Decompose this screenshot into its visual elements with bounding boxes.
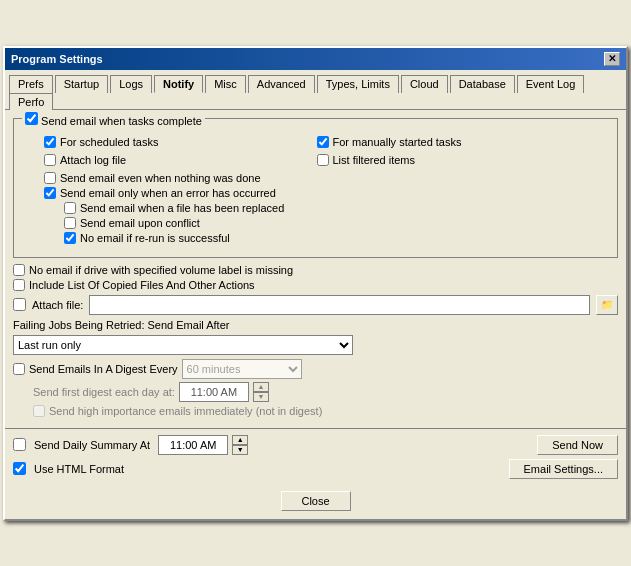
tab-perfo[interactable]: Perfo [9, 93, 53, 110]
for-manually-started-label[interactable]: For manually started tasks [333, 136, 462, 148]
html-format-checkbox[interactable] [13, 462, 26, 475]
browse-button[interactable]: 📁 [596, 295, 618, 315]
attach-file-checkbox[interactable] [13, 298, 26, 311]
nothing-done-checkbox[interactable] [44, 172, 56, 184]
first-digest-spinner: ▲ ▼ [253, 382, 269, 402]
no-email-drive-checkbox[interactable] [13, 264, 25, 276]
tab-event-log[interactable]: Event Log [517, 75, 585, 93]
for-scheduled-tasks-label[interactable]: For scheduled tasks [60, 136, 158, 148]
error-only-checkbox[interactable] [44, 187, 56, 199]
failing-jobs-dropdown-row: Last run only Every run First run Never [13, 335, 618, 355]
include-list-label[interactable]: Include List Of Copied Files And Other A… [29, 279, 255, 291]
for-scheduled-tasks-checkbox[interactable] [44, 136, 56, 148]
digest-checkbox[interactable] [13, 363, 25, 375]
tab-startup[interactable]: Startup [55, 75, 108, 93]
first-digest-time-row: ▲ ▼ [179, 382, 269, 402]
first-digest-spinner-up[interactable]: ▲ [253, 382, 269, 392]
conflict-row: Send email upon conflict [64, 217, 607, 229]
tab-database[interactable]: Database [450, 75, 515, 93]
list-filtered-checkbox[interactable] [317, 154, 329, 166]
two-col-row: For scheduled tasks For manually started… [24, 133, 607, 151]
include-list-checkbox[interactable] [13, 279, 25, 291]
window-title: Program Settings [11, 53, 103, 65]
close-row: Close [5, 485, 626, 519]
attach-log-checkbox[interactable] [44, 154, 56, 166]
failing-jobs-section: Failing Jobs Being Retried: Send Email A… [13, 319, 618, 355]
no-email-drive-label[interactable]: No email if drive with specified volume … [29, 264, 293, 276]
rerun-successful-label[interactable]: No email if re-run is successful [80, 232, 230, 244]
rerun-successful-checkbox[interactable] [64, 232, 76, 244]
for-scheduled-tasks-row: For scheduled tasks [44, 136, 315, 148]
tab-types-limits[interactable]: Types, Limits [317, 75, 399, 93]
daily-summary-spinner-down[interactable]: ▼ [232, 445, 248, 455]
nothing-done-label[interactable]: Send email even when nothing was done [60, 172, 261, 184]
conflict-label[interactable]: Send email upon conflict [80, 217, 200, 229]
tab-prefs[interactable]: Prefs [9, 75, 53, 93]
first-digest-row: Send first digest each day at: ▲ ▼ [33, 382, 618, 402]
attach-file-input[interactable] [89, 295, 590, 315]
bottom-panel: Send Daily Summary At ▲ ▼ Send Now Use H… [5, 428, 626, 485]
failing-jobs-label: Failing Jobs Being Retried: Send Email A… [13, 319, 618, 331]
send-email-group-checkbox[interactable] [25, 112, 38, 125]
send-now-button[interactable]: Send Now [537, 435, 618, 455]
tab-logs[interactable]: Logs [110, 75, 152, 93]
file-replaced-row: Send email when a file has been replaced [64, 202, 607, 214]
for-manually-started-checkbox[interactable] [317, 136, 329, 148]
first-digest-label: Send first digest each day at: [33, 386, 175, 398]
high-importance-label[interactable]: Send high importance emails immediately … [49, 405, 322, 417]
html-format-label[interactable]: Use HTML Format [34, 463, 124, 475]
close-icon[interactable]: ✕ [604, 52, 620, 66]
list-filtered-row: List filtered items [317, 154, 608, 166]
list-filtered-label[interactable]: List filtered items [333, 154, 416, 166]
for-manually-started-row: For manually started tasks [317, 136, 608, 148]
daily-summary-spinner: ▲ ▼ [232, 435, 248, 455]
attach-file-row: Attach file: 📁 [13, 295, 618, 315]
file-replaced-checkbox[interactable] [64, 202, 76, 214]
no-email-drive-row: No email if drive with specified volume … [13, 264, 618, 276]
tab-misc[interactable]: Misc [205, 75, 246, 93]
first-digest-spinner-down[interactable]: ▼ [253, 392, 269, 402]
tab-advanced[interactable]: Advanced [248, 75, 315, 93]
digest-row: Send Emails In A Digest Every 60 minutes… [13, 359, 618, 379]
content-area: Send email when tasks complete For sched… [5, 110, 626, 428]
digest-dropdown[interactable]: 60 minutes 30 minutes 15 minutes 5 minut… [182, 359, 302, 379]
tabs-row: Prefs Startup Logs Notify Misc Advanced … [5, 70, 626, 110]
daily-summary-time-input[interactable] [158, 435, 228, 455]
high-importance-row: Send high importance emails immediately … [33, 405, 618, 417]
tab-cloud[interactable]: Cloud [401, 75, 448, 93]
nothing-done-row: Send email even when nothing was done [44, 172, 607, 184]
digest-label[interactable]: Send Emails In A Digest Every [29, 363, 178, 375]
attach-log-label[interactable]: Attach log file [60, 154, 126, 166]
daily-summary-time-row: ▲ ▼ [158, 435, 248, 455]
send-email-group: Send email when tasks complete For sched… [13, 118, 618, 258]
include-list-row: Include List Of Copied Files And Other A… [13, 279, 618, 291]
daily-summary-spinner-up[interactable]: ▲ [232, 435, 248, 445]
daily-summary-checkbox[interactable] [13, 438, 26, 451]
group-legend: Send email when tasks complete [22, 112, 205, 127]
program-settings-window: Program Settings ✕ Prefs Startup Logs No… [3, 46, 628, 521]
failing-jobs-dropdown[interactable]: Last run only Every run First run Never [13, 335, 353, 355]
high-importance-checkbox[interactable] [33, 405, 45, 417]
attach-log-row: Attach log file [44, 154, 315, 166]
error-only-label[interactable]: Send email only when an error has occurr… [60, 187, 276, 199]
tab-notify[interactable]: Notify [154, 75, 203, 93]
file-replaced-label[interactable]: Send email when a file has been replaced [80, 202, 284, 214]
close-button[interactable]: Close [281, 491, 351, 511]
email-settings-button[interactable]: Email Settings... [509, 459, 618, 479]
conflict-checkbox[interactable] [64, 217, 76, 229]
two-col-row2: Attach log file List filtered items [24, 151, 607, 169]
first-digest-time-input[interactable] [179, 382, 249, 402]
attach-file-label[interactable]: Attach file: [32, 299, 83, 311]
error-only-row: Send email only when an error has occurr… [44, 187, 607, 199]
title-bar: Program Settings ✕ [5, 48, 626, 70]
rerun-successful-row: No email if re-run is successful [64, 232, 607, 244]
group-legend-label[interactable]: Send email when tasks complete [25, 115, 202, 127]
daily-summary-label[interactable]: Send Daily Summary At [34, 439, 150, 451]
